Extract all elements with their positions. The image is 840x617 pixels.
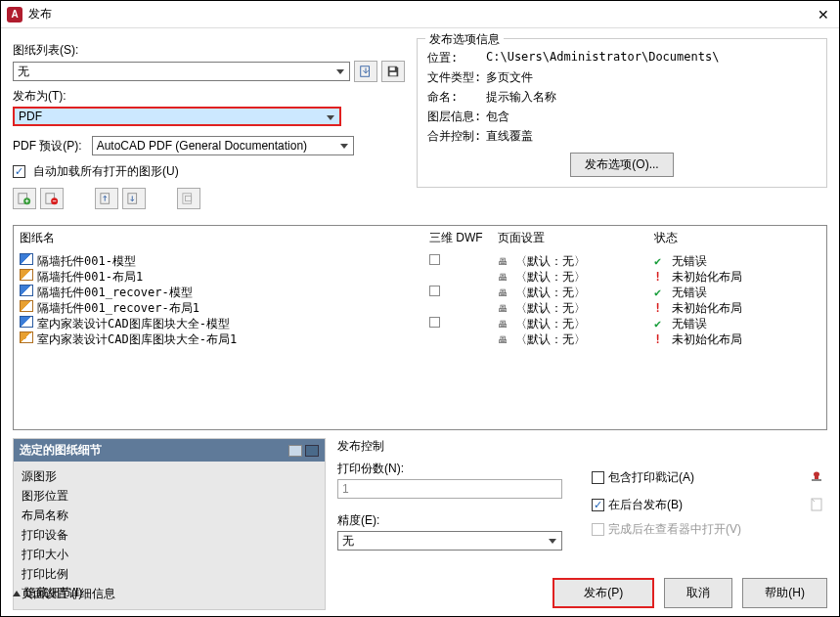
publish-as-select[interactable]: PDF xyxy=(13,107,341,126)
table-row[interactable]: 隔墙托件001-布局1〈默认：无〉!未初始化布局 xyxy=(20,269,820,285)
open-viewer-label: 完成后在查看器中打开(V) xyxy=(608,521,827,538)
publish-as-label: 发布为(T): xyxy=(13,88,405,105)
publish-options-panel: 发布选项信息 位置:C:\Users\Administrator\Documen… xyxy=(417,38,827,188)
hide-details-toggle[interactable]: 隐藏细节(I) xyxy=(13,585,553,601)
printer-icon xyxy=(498,332,511,344)
printer-icon xyxy=(498,301,511,313)
precision-label: 精度(E): xyxy=(337,512,592,529)
sheet-type-icon xyxy=(20,269,33,281)
detail-expand-icon[interactable] xyxy=(305,445,319,457)
publish-options-title: 发布选项信息 xyxy=(425,31,504,48)
sheet-type-icon xyxy=(20,316,33,328)
window-title: 发布 xyxy=(28,6,814,22)
option-info-row: 位置:C:\Users\Administrator\Documents\ xyxy=(427,50,817,66)
sheet-type-icon xyxy=(20,300,33,312)
move-down-icon[interactable] xyxy=(122,188,146,209)
option-info-row: 图层信息:包含 xyxy=(427,109,817,125)
sheet-icon[interactable] xyxy=(806,494,827,515)
sheet-type-icon xyxy=(20,253,33,265)
printer-icon xyxy=(498,286,511,297)
table-header: 图纸名 三维 DWF 页面设置 状态 xyxy=(14,226,826,251)
sheet-details-title: 选定的图纸细节 xyxy=(20,442,286,459)
help-button[interactable]: 帮助(H) xyxy=(742,578,827,608)
detail-item: 打印设备 xyxy=(22,527,317,544)
svg-rect-10 xyxy=(186,196,192,200)
table-row[interactable]: 隔墙托件001_recover-布局1〈默认：无〉!未初始化布局 xyxy=(20,300,820,316)
sheet-list-label: 图纸列表(S): xyxy=(13,42,405,59)
open-viewer-checkbox xyxy=(592,523,604,536)
auto-load-checkbox[interactable] xyxy=(13,165,25,178)
titlebar: A 发布 ✕ xyxy=(1,1,839,28)
table-row[interactable]: 隔墙托件001-模型〈默认：无〉✔无错误 xyxy=(20,253,820,269)
auto-load-label: 自动加载所有打开的图形(U) xyxy=(33,163,179,180)
svg-point-11 xyxy=(814,472,819,477)
detail-item: 源图形 xyxy=(22,468,317,485)
svg-rect-12 xyxy=(815,476,818,479)
sheet-list-select[interactable]: 无 xyxy=(13,62,350,81)
copies-label: 打印份数(N): xyxy=(337,461,592,477)
detail-item: 布局名称 xyxy=(22,507,317,524)
printer-icon xyxy=(498,254,511,266)
col-3d-header[interactable]: 三维 DWF xyxy=(429,230,498,246)
sheet-table: 图纸名 三维 DWF 页面设置 状态 隔墙托件001-模型〈默认：无〉✔无错误隔… xyxy=(13,225,827,430)
option-info-row: 命名:提示输入名称 xyxy=(427,89,817,106)
table-row[interactable]: 隔墙托件001_recover-模型〈默认：无〉✔无错误 xyxy=(20,285,820,300)
threeD-checkbox[interactable] xyxy=(429,286,440,296)
detail-item: 打印大小 xyxy=(22,547,317,563)
col-status-header[interactable]: 状态 xyxy=(654,230,820,246)
threeD-checkbox[interactable] xyxy=(429,254,440,265)
precision-select[interactable]: 无 xyxy=(337,531,562,551)
copies-input[interactable]: 1 xyxy=(337,479,562,499)
option-info-row: 文件类型:多页文件 xyxy=(427,69,817,86)
publish-options-button[interactable]: 发布选项(O)... xyxy=(570,153,673,177)
pdf-preset-select[interactable]: AutoCAD PDF (General Documentation) xyxy=(92,136,354,155)
background-publish-checkbox[interactable] xyxy=(592,499,604,511)
threeD-checkbox[interactable] xyxy=(429,317,440,328)
svg-rect-13 xyxy=(812,479,821,481)
svg-rect-1 xyxy=(390,67,395,71)
sheet-type-icon xyxy=(20,331,33,343)
sheet-type-icon xyxy=(20,285,33,296)
detail-item: 图形位置 xyxy=(22,488,317,505)
stamp-icon[interactable] xyxy=(806,466,827,488)
cancel-button[interactable]: 取消 xyxy=(664,578,732,608)
save-icon[interactable] xyxy=(381,61,405,82)
include-stamp-label: 包含打印戳记(A) xyxy=(608,469,800,486)
printer-icon xyxy=(498,270,511,282)
pdf-preset-label: PDF 预设(P): xyxy=(13,138,82,154)
svg-rect-9 xyxy=(183,194,192,204)
col-page-header[interactable]: 页面设置 xyxy=(498,230,654,246)
printer-icon xyxy=(498,317,511,329)
close-icon[interactable]: ✕ xyxy=(814,7,833,22)
option-info-row: 合并控制:直线覆盖 xyxy=(427,128,817,145)
col-name-header[interactable]: 图纸名 xyxy=(20,230,429,246)
sheet-toolbar xyxy=(13,188,405,209)
publish-control-title: 发布控制 xyxy=(337,438,827,455)
import-icon[interactable] xyxy=(354,61,377,82)
remove-sheet-icon[interactable] xyxy=(40,188,64,209)
table-row[interactable]: 室内家装设计CAD图库图块大全-模型〈默认：无〉✔无错误 xyxy=(20,316,820,331)
background-publish-label: 在后台发布(B) xyxy=(608,497,800,513)
table-row[interactable]: 室内家装设计CAD图库图块大全-布局1〈默认：无〉!未初始化布局 xyxy=(20,331,820,347)
publish-button[interactable]: 发布(P) xyxy=(553,578,654,608)
move-up-icon[interactable] xyxy=(95,188,118,209)
add-sheet-icon[interactable] xyxy=(13,188,36,209)
preview-icon[interactable] xyxy=(177,188,200,209)
detail-copy-icon[interactable] xyxy=(288,445,302,457)
svg-rect-2 xyxy=(390,72,397,76)
app-icon: A xyxy=(7,7,22,22)
include-stamp-checkbox[interactable] xyxy=(592,471,604,484)
